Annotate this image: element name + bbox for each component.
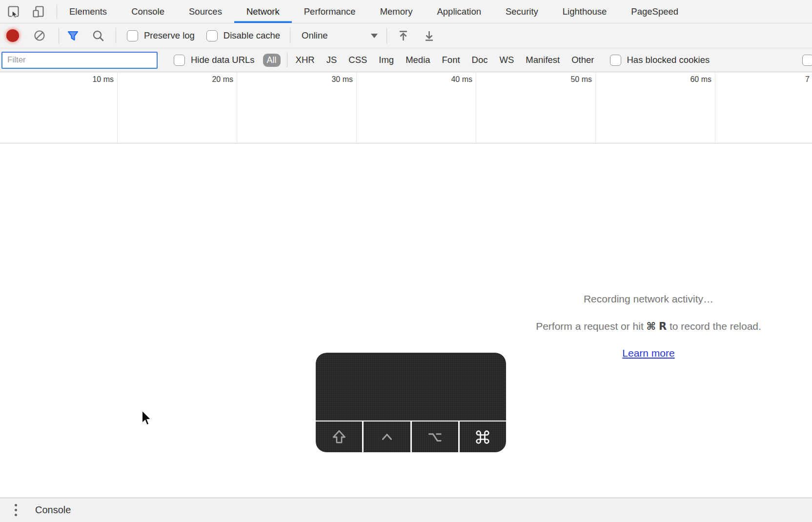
ruler-tick-label-partial: 7	[805, 75, 812, 84]
r-key-glyph: R	[659, 321, 667, 332]
preserve-log-label: Preserve log	[144, 30, 195, 41]
tab-memory[interactable]: Memory	[368, 0, 425, 23]
hide-data-urls-checkbox[interactable]	[174, 55, 185, 66]
blocked-requests-checkbox[interactable]	[802, 55, 812, 66]
throttling-value: Online	[302, 30, 327, 41]
modifier-key-row	[316, 422, 506, 452]
tab-performance[interactable]: Performance	[292, 0, 368, 23]
kebab-dot	[15, 514, 17, 516]
device-toolbar-button[interactable]	[32, 4, 46, 19]
mouse-cursor	[141, 410, 153, 427]
tab-pagespeed[interactable]: PageSpeed	[619, 0, 690, 23]
drawer-tab-console[interactable]: Console	[35, 504, 71, 516]
download-icon	[423, 29, 436, 42]
command-icon	[473, 428, 492, 446]
clear-button[interactable]	[33, 29, 46, 42]
option-key	[412, 422, 458, 452]
tab-sources[interactable]: Sources	[177, 0, 234, 23]
funnel-icon	[66, 29, 80, 42]
kebab-dot	[15, 509, 17, 511]
tab-application[interactable]: Application	[425, 0, 493, 23]
export-har-button[interactable]	[423, 29, 436, 42]
network-request-list-empty: Recording network activity… Perform a re…	[0, 143, 812, 498]
filter-type-manifest[interactable]: Manifest	[526, 55, 560, 65]
filter-type-js[interactable]: JS	[326, 55, 337, 65]
search-button[interactable]	[92, 29, 105, 42]
hint-prefix: Perform a request or hit	[536, 321, 646, 332]
disable-cache-checkbox[interactable]	[206, 30, 218, 41]
search-icon	[92, 29, 105, 42]
filter-type-img[interactable]: Img	[379, 55, 394, 65]
tab-lighthouse[interactable]: Lighthouse	[550, 0, 619, 23]
kebab-dot	[15, 504, 17, 506]
devtools-tabbar: Elements Console Sources Network Perform…	[0, 0, 812, 23]
shift-key	[316, 422, 362, 452]
network-filter-bar: Hide data URLs All XHR JS CSS Img Media …	[0, 48, 812, 72]
ruler-gridline	[715, 72, 715, 143]
network-overview-ruler[interactable]: 10 ms 20 ms 30 ms 40 ms 50 ms 60 ms 7	[0, 72, 812, 143]
command-key-active	[460, 422, 506, 452]
disable-cache-label: Disable cache	[223, 30, 280, 41]
filter-type-css[interactable]: CSS	[348, 55, 367, 65]
ruler-gridline	[237, 72, 237, 143]
control-key	[364, 422, 410, 452]
inspect-cursor-icon	[7, 5, 20, 19]
filter-type-doc[interactable]: Doc	[472, 55, 488, 65]
inspect-element-button[interactable]	[6, 4, 21, 19]
filter-type-all[interactable]: All	[263, 54, 281, 67]
import-har-button[interactable]	[397, 29, 410, 42]
toolbar-divider	[386, 28, 387, 43]
control-icon	[378, 428, 396, 446]
record-button[interactable]	[6, 29, 19, 42]
ruler-gridline	[476, 72, 476, 143]
recording-empty-state: Recording network activity… Perform a re…	[485, 290, 812, 360]
tab-security[interactable]: Security	[493, 0, 550, 23]
ruler-gridline	[595, 72, 596, 143]
filterbar-divider	[287, 53, 287, 67]
drawer-menu-button[interactable]	[11, 504, 20, 516]
tab-network[interactable]: Network	[234, 0, 292, 23]
ruler-tick-label: 50 ms	[558, 75, 592, 84]
upload-icon	[397, 29, 410, 42]
keystroke-overlay-display	[316, 353, 506, 421]
option-icon	[426, 428, 444, 446]
filter-toggle-button[interactable]	[66, 29, 80, 42]
devtools-window: { "tabbar": { "tabs": ["Elements","Conso…	[0, 0, 812, 522]
toolbar-divider	[290, 28, 290, 43]
command-key-glyph: ⌘	[647, 321, 656, 332]
ruler-tick-label: 60 ms	[677, 75, 711, 84]
recording-status-text: Recording network activity…	[485, 290, 812, 305]
ruler-tick-label: 30 ms	[319, 75, 353, 84]
throttling-dropdown[interactable]: Online	[302, 30, 378, 41]
clear-icon	[33, 29, 46, 42]
filter-type-other[interactable]: Other	[571, 55, 594, 65]
device-toolbar-icon	[32, 5, 46, 19]
chevron-down-icon	[371, 34, 378, 38]
ruler-tick-label: 20 ms	[199, 75, 233, 84]
filter-type-media[interactable]: Media	[406, 55, 430, 65]
ruler-tick-label: 10 ms	[80, 75, 114, 84]
ruler-tick-label: 40 ms	[438, 75, 472, 84]
recording-hint-text: Perform a request or hit ⌘ R to record t…	[485, 320, 812, 333]
filter-type-font[interactable]: Font	[442, 55, 460, 65]
network-toolbar: Preserve log Disable cache Online	[0, 23, 812, 48]
drawer-bar: Console	[0, 498, 812, 522]
toolbar-divider	[59, 28, 59, 43]
toolbar-divider	[116, 28, 116, 43]
tab-console[interactable]: Console	[119, 0, 177, 23]
keystroke-overlay	[316, 353, 506, 452]
ruler-gridline	[356, 72, 357, 143]
preserve-log-checkbox[interactable]	[127, 30, 138, 41]
shift-icon	[330, 428, 348, 446]
learn-more-link[interactable]: Learn more	[622, 347, 674, 359]
hint-suffix: to record the reload.	[667, 321, 761, 332]
hide-data-urls-label: Hide data URLs	[191, 55, 255, 65]
has-blocked-cookies-checkbox[interactable]	[610, 55, 621, 66]
has-blocked-cookies-label: Has blocked cookies	[627, 55, 710, 65]
filter-input[interactable]	[1, 52, 158, 69]
filter-type-xhr[interactable]: XHR	[296, 55, 315, 65]
ruler-gridline	[117, 72, 118, 143]
tab-elements[interactable]: Elements	[57, 0, 119, 23]
filter-type-ws[interactable]: WS	[499, 55, 514, 65]
